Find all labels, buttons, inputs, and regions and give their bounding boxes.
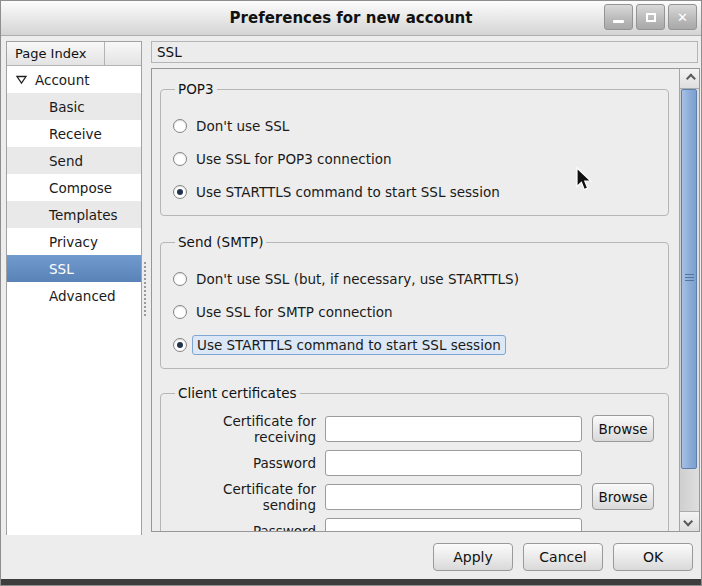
sidebar-item-send[interactable]: Send: [7, 147, 141, 174]
radio-icon[interactable]: [173, 119, 187, 133]
pop3-group: POP3 Don't use SSL Use SSL for POP3 conn…: [160, 81, 669, 216]
radio-icon[interactable]: [173, 272, 187, 286]
scrollbar-track[interactable]: [680, 89, 699, 511]
client-certificates-legend: Client certificates: [175, 385, 300, 401]
scroll-down-button[interactable]: [680, 511, 699, 531]
pop3-group-legend: POP3: [175, 81, 217, 97]
pop3-no-ssl-option[interactable]: Don't use SSL: [173, 116, 656, 136]
radio-icon[interactable]: [173, 305, 187, 319]
certificate-sending-input[interactable]: [325, 484, 582, 510]
sidebar-item-privacy[interactable]: Privacy: [7, 228, 141, 255]
password-sending-input[interactable]: [325, 518, 582, 532]
radio-selected-icon[interactable]: [173, 338, 187, 352]
expander-triangle-icon[interactable]: [15, 73, 28, 86]
radio-selected-icon[interactable]: [173, 185, 187, 199]
close-button[interactable]: ✕: [668, 4, 697, 30]
password-receiving-input[interactable]: [325, 450, 582, 476]
settings-content: POP3 Don't use SSL Use SSL for POP3 conn…: [152, 69, 679, 531]
certificates-grid: Certificate for receiving Browse Passwor…: [173, 415, 656, 531]
smtp-no-ssl-option[interactable]: Don't use SSL (but, if necessary, use ST…: [173, 269, 656, 289]
sidebar-item-label[interactable]: Advanced: [7, 288, 116, 304]
tree-header-filler: [105, 42, 141, 66]
sidebar-item-compose[interactable]: Compose: [7, 174, 141, 201]
radio-label[interactable]: Use SSL for SMTP connection: [196, 304, 393, 320]
browse-sending-button[interactable]: Browse: [592, 483, 654, 510]
cancel-button[interactable]: Cancel: [523, 543, 603, 571]
titlebar: Preferences for new account ✕: [1, 1, 701, 36]
scroll-up-button[interactable]: [680, 69, 699, 89]
scrollbar-thumb[interactable]: [681, 89, 697, 469]
sidebar-item-account[interactable]: Account: [7, 66, 141, 93]
sidebar-item-label[interactable]: Send: [7, 153, 83, 169]
settings-scroll-area: POP3 Don't use SSL Use SSL for POP3 conn…: [151, 68, 700, 532]
sidebar-item-label[interactable]: Privacy: [7, 234, 98, 250]
preferences-dialog: Preferences for new account ✕ Page Index…: [0, 0, 702, 586]
smtp-group: Send (SMTP) Don't use SSL (but, if neces…: [160, 234, 669, 369]
minimize-button[interactable]: [604, 4, 633, 30]
certificate-receiving-label: Certificate for receiving: [173, 413, 325, 445]
vertical-scrollbar[interactable]: [679, 69, 699, 531]
password-sending-label: Password: [173, 523, 325, 532]
tree-header-row: Page Index: [7, 42, 141, 66]
chevron-up-icon: [686, 74, 696, 84]
page-title: SSL: [151, 41, 698, 63]
window-title: Preferences for new account: [1, 9, 701, 27]
minimize-icon: [613, 20, 624, 23]
browse-receiving-button[interactable]: Browse: [592, 415, 654, 442]
sidebar-item-label[interactable]: Account: [35, 72, 90, 88]
radio-label[interactable]: Use STARTTLS command to start SSL sessio…: [196, 184, 500, 200]
certificate-sending-label: Certificate for sending: [173, 481, 325, 513]
sidebar-item-label[interactable]: Templates: [7, 207, 118, 223]
page-index-tree: Page Index Account Basic Receive Send Co…: [6, 41, 142, 539]
scrollbar-grip-icon: [685, 274, 694, 283]
chevron-down-icon: [683, 517, 693, 527]
radio-label[interactable]: Don't use SSL: [196, 118, 289, 134]
sidebar-item-advanced[interactable]: Advanced: [7, 282, 141, 309]
sidebar-item-label[interactable]: SSL: [7, 261, 74, 277]
pane-splitter-handle[interactable]: [143, 261, 148, 317]
window-controls: ✕: [604, 4, 697, 30]
pop3-starttls-option[interactable]: Use STARTTLS command to start SSL sessio…: [173, 182, 656, 202]
radio-label[interactable]: Use SSL for POP3 connection: [196, 151, 392, 167]
maximize-button[interactable]: [636, 4, 665, 30]
password-receiving-label: Password: [173, 455, 325, 471]
radio-label[interactable]: Don't use SSL (but, if necessary, use ST…: [196, 271, 519, 287]
radio-icon[interactable]: [173, 152, 187, 166]
sidebar-item-ssl[interactable]: SSL: [7, 255, 141, 282]
maximize-icon: [646, 13, 656, 22]
certificate-receiving-input[interactable]: [325, 416, 582, 442]
sidebar-item-label[interactable]: Compose: [7, 180, 112, 196]
radio-label-focused[interactable]: Use STARTTLS command to start SSL sessio…: [192, 335, 506, 355]
page-index-column-header[interactable]: Page Index: [7, 42, 105, 66]
sidebar-item-label[interactable]: Receive: [7, 126, 102, 142]
client-certificates-group: Client certificates Certificate for rece…: [160, 385, 669, 531]
smtp-ssl-option[interactable]: Use SSL for SMTP connection: [173, 302, 656, 322]
close-icon: ✕: [677, 11, 688, 24]
pop3-ssl-option[interactable]: Use SSL for POP3 connection: [173, 149, 656, 169]
apply-button[interactable]: Apply: [433, 543, 513, 571]
sidebar-item-basic[interactable]: Basic: [7, 93, 141, 120]
ok-button[interactable]: OK: [613, 543, 693, 571]
smtp-starttls-option[interactable]: Use STARTTLS command to start SSL sessio…: [173, 335, 656, 355]
sidebar-item-label[interactable]: Basic: [7, 99, 85, 115]
dialog-action-bar: Apply Cancel OK: [1, 535, 701, 579]
smtp-group-legend: Send (SMTP): [175, 234, 266, 250]
window-bottom-edge: [1, 579, 701, 585]
sidebar-item-templates[interactable]: Templates: [7, 201, 141, 228]
sidebar-item-receive[interactable]: Receive: [7, 120, 141, 147]
